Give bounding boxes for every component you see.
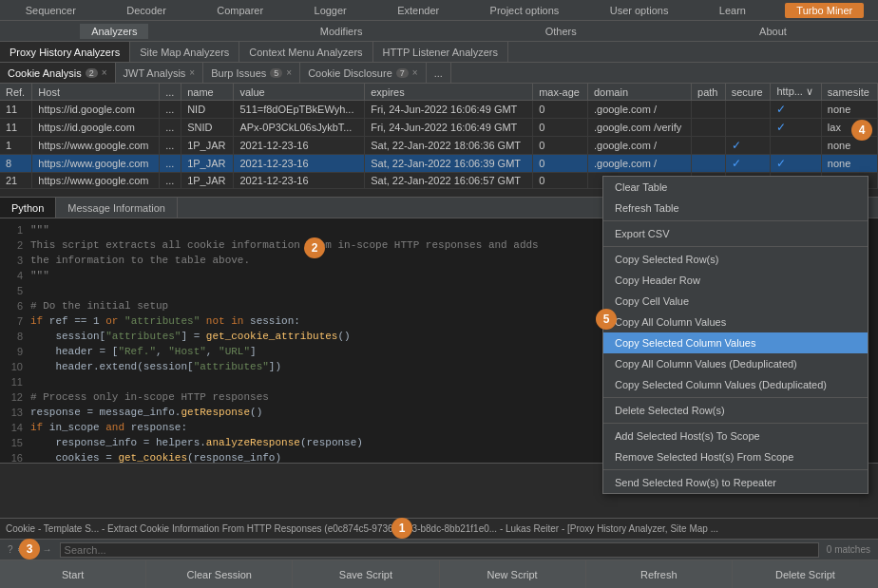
tab-cookie-analysis[interactable]: Cookie Analysis 2 × — [0, 63, 116, 83]
ctx-remove-from-scope[interactable]: Remove Selected Host(s) From Scope — [603, 446, 868, 467]
ctx-copy-selected-rows[interactable]: Copy Selected Row(s) — [603, 249, 868, 270]
tab-cookie-disclosure[interactable]: Cookie Disclosure 7 × — [300, 63, 427, 83]
cell-maxage: 0 — [533, 101, 588, 119]
tab-disclosure-close[interactable]: × — [412, 67, 418, 78]
tab-disclosure-label: Cookie Disclosure — [308, 67, 392, 79]
tab-burp-label: Burp Issues — [211, 67, 266, 79]
ctx-clear-table[interactable]: Clear Table — [603, 177, 868, 198]
tab-cookie-analysis-close[interactable]: × — [102, 67, 107, 78]
nav-modifiers[interactable]: Modifiers — [309, 24, 374, 39]
top-nav: Sequencer Decoder Comparer Logger Extend… — [0, 0, 878, 21]
tab-burp-badge: 5 — [270, 68, 282, 78]
cell-expires: Fri, 24-Jun-2022 16:06:49 GMT — [365, 119, 533, 137]
tab-context-menu[interactable]: Context Menu Analyzers — [239, 42, 372, 62]
table-row[interactable]: 11 https://id.google.com ... NID 511=f8d… — [0, 101, 878, 119]
cell-secure — [725, 119, 771, 137]
tab-burp-close[interactable]: × — [286, 67, 292, 78]
tab-more[interactable]: ... — [427, 63, 451, 83]
ctx-divider-1 — [603, 220, 868, 221]
cell-maxage: 0 — [533, 119, 588, 137]
cell-ref: 21 — [0, 173, 32, 189]
table-header-row: Ref. Host ... name value expires max-age… — [0, 84, 878, 101]
table-row[interactable]: 1 https://www.google.com ... 1P_JAR 2021… — [0, 137, 878, 155]
clear-session-button[interactable]: Clear Session — [146, 560, 293, 588]
th-samesite[interactable]: samesite — [821, 84, 877, 101]
ctx-export-csv[interactable]: Export CSV — [603, 223, 868, 244]
cell-ellipsis: ... — [160, 155, 181, 173]
th-name[interactable]: name — [181, 84, 234, 101]
nav-about[interactable]: About — [748, 24, 798, 39]
cell-value: 2021-12-23-16 — [234, 173, 365, 189]
nav-analyzers[interactable]: Analyzers — [80, 24, 148, 39]
nav-learn[interactable]: Learn — [708, 3, 757, 18]
ctx-delete-rows[interactable]: Delete Selected Row(s) — [603, 400, 868, 421]
th-expires[interactable]: expires — [365, 84, 533, 101]
cell-domain: .google.com / — [587, 137, 691, 155]
cell-samesite: none — [821, 101, 877, 119]
cell-secure: ✓ — [725, 137, 771, 155]
cell-maxage: 0 — [533, 155, 588, 173]
start-button[interactable]: Start — [0, 560, 146, 588]
nav-sequencer[interactable]: Sequencer — [14, 3, 87, 18]
tab-burp-issues[interactable]: Burp Issues 5 × — [203, 63, 300, 83]
nav-logger[interactable]: Logger — [303, 3, 358, 18]
table-row[interactable]: 11 https://id.google.com ... SNID APx-0P… — [0, 119, 878, 137]
th-value[interactable]: value — [234, 84, 365, 101]
nav-comparer[interactable]: Comparer — [205, 3, 275, 18]
save-script-button[interactable]: Save Script — [293, 560, 439, 588]
nav-project-options[interactable]: Project options — [479, 3, 571, 18]
ctx-copy-cell-value[interactable]: Copy Cell Value — [603, 291, 868, 312]
search-input[interactable] — [60, 542, 819, 558]
cell-ref: 11 — [0, 119, 32, 137]
cell-value: 2021-12-23-16 — [234, 155, 365, 173]
table-row[interactable]: 8 https://www.google.com ... 1P_JAR 2021… — [0, 155, 878, 173]
new-script-button[interactable]: New Script — [440, 560, 586, 588]
cell-host: https://id.google.com — [32, 119, 160, 137]
refresh-button[interactable]: Refresh — [586, 560, 733, 588]
th-ref[interactable]: Ref. — [0, 84, 32, 101]
ctx-refresh-table[interactable]: Refresh Table — [603, 198, 868, 218]
nav-turbo-miner[interactable]: Turbo Miner — [785, 3, 864, 18]
tab-jwt-close[interactable]: × — [189, 67, 195, 78]
cell-value: 511=f8dOEpTBkEWyh... — [234, 101, 365, 119]
th-http[interactable]: http... ∨ — [771, 84, 821, 101]
cell-value: APx-0P3CkL06sJykbT... — [234, 119, 365, 137]
status-bar: ? ⚙ ← → 0 matches — [0, 539, 878, 560]
help-icon[interactable]: ? — [8, 544, 13, 555]
ctx-copy-all-column[interactable]: Copy All Column Values — [603, 312, 868, 332]
cell-ref: 11 — [0, 101, 32, 119]
th-ellipsis[interactable]: ... — [160, 84, 181, 101]
ctx-copy-selected-dedup[interactable]: Copy Selected Column Values (Deduplicate… — [603, 374, 868, 395]
ctx-copy-selected-column[interactable]: Copy Selected Column Values — [603, 332, 868, 353]
th-maxage[interactable]: max-age — [533, 84, 588, 101]
th-host[interactable]: Host — [32, 84, 160, 101]
ctx-copy-header-row[interactable]: Copy Header Row — [603, 270, 868, 291]
badge-5: 5 — [596, 309, 617, 330]
nav-decoder[interactable]: Decoder — [115, 3, 178, 18]
ctx-send-to-repeater[interactable]: Send Selected Row(s) to Repeater — [603, 472, 868, 493]
forward-icon[interactable]: → — [43, 544, 52, 555]
second-nav: Analyzers Modifiers Others About — [0, 21, 878, 42]
tab-site-map[interactable]: Site Map Analyzers — [130, 42, 239, 62]
tab-proxy-history[interactable]: Proxy History Analyzers — [0, 42, 130, 62]
tab-http-listener[interactable]: HTTP Listener Analyzers — [373, 42, 508, 62]
tab-message-info[interactable]: Message Information — [56, 198, 178, 218]
cell-expires: Fri, 24-Jun-2022 16:06:49 GMT — [365, 101, 533, 119]
delete-script-button[interactable]: Delete Script — [733, 560, 878, 588]
cell-name: 1P_JAR — [181, 137, 234, 155]
data-table: Ref. Host ... name value expires max-age… — [0, 84, 878, 189]
badge-4: 4 — [851, 120, 872, 141]
th-path[interactable]: path — [692, 84, 726, 101]
ctx-copy-all-dedup[interactable]: Copy All Column Values (Deduplicated) — [603, 353, 868, 374]
ctx-divider-2 — [603, 246, 868, 247]
tab-jwt-analysis[interactable]: JWT Analysis × — [116, 63, 204, 83]
nav-extender[interactable]: Extender — [386, 3, 450, 18]
tab-python[interactable]: Python — [0, 198, 56, 218]
th-secure[interactable]: secure — [725, 84, 771, 101]
nav-user-options[interactable]: User options — [599, 3, 680, 18]
nav-others[interactable]: Others — [534, 24, 588, 39]
th-domain[interactable]: domain — [587, 84, 691, 101]
tab-cookie-analysis-badge: 2 — [86, 68, 98, 78]
cell-http: ✓ — [771, 101, 821, 119]
ctx-add-to-scope[interactable]: Add Selected Host(s) To Scope — [603, 426, 868, 446]
